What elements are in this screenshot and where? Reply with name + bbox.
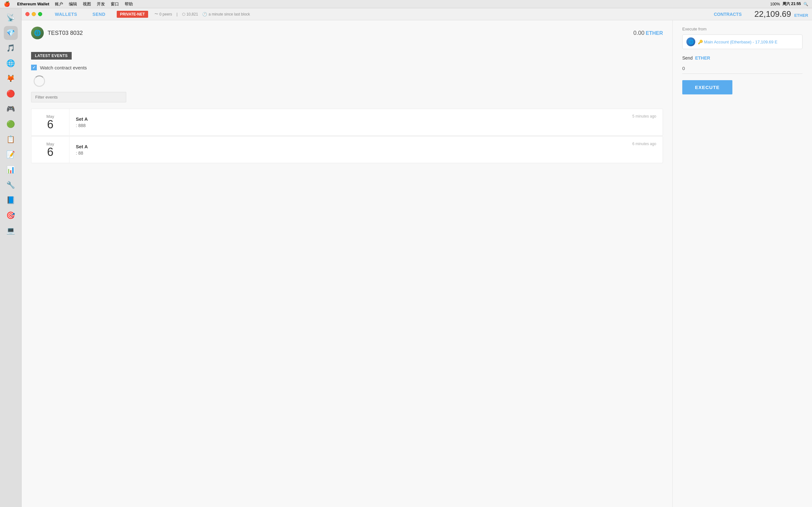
- last-block-text: a minute since last block: [208, 12, 250, 16]
- clock-icon: 🕐: [202, 12, 207, 16]
- dock-icon-13[interactable]: 🎯: [4, 209, 18, 222]
- dock-icon-ethereum[interactable]: 💎: [4, 26, 18, 40]
- nav-tabs: WALLETS SEND: [47, 8, 113, 20]
- contract-name-row: 🌐 TEST03 8032: [31, 26, 83, 39]
- dock-icon-9[interactable]: 📝: [4, 148, 18, 162]
- send-tab[interactable]: SEND: [85, 8, 113, 20]
- dock-icon-0[interactable]: 📡: [4, 11, 18, 25]
- event-name-0: Set A: [76, 116, 438, 122]
- dock-icon-12[interactable]: 📘: [4, 193, 18, 207]
- blocks-count: 10,821: [187, 12, 198, 16]
- blocks-info: ⬡ 10,821: [182, 12, 198, 16]
- title-bar: WALLETS SEND PRIVATE-NET 〜 0 peers | ⬡ 1…: [21, 8, 438, 20]
- event-name-1: Set A: [76, 144, 438, 149]
- event-content-col-0: Set A : 888: [69, 109, 438, 135]
- filter-events-input[interactable]: [31, 92, 126, 102]
- menu-window[interactable]: 窗口: [111, 1, 119, 7]
- last-block-info: 🕐 a minute since last block: [202, 12, 250, 16]
- main-panel: 🌐 TEST03 8032 0.00 ETHER LATEST EVENTS ✓…: [21, 20, 438, 273]
- watch-events-row: ✓ Watch contract events: [31, 65, 438, 70]
- event-card-1: May 6 Set A : 88 6 minutes ago: [31, 136, 438, 163]
- network-info: 〜 0 peers | ⬡ 10,821 🕐 a minute since la…: [154, 11, 250, 17]
- app-window: WALLETS SEND PRIVATE-NET 〜 0 peers | ⬡ 1…: [21, 8, 438, 273]
- latest-events-header: LATEST EVENTS: [31, 52, 72, 60]
- event-value-1: : 88: [76, 151, 438, 156]
- app-name: Ethereum Wallet: [17, 2, 49, 6]
- dock-icon-8[interactable]: 📋: [4, 132, 18, 147]
- menu-help[interactable]: 帮助: [125, 1, 133, 7]
- apple-menu[interactable]: 🍎: [4, 1, 10, 7]
- menu-edit[interactable]: 编辑: [69, 1, 77, 7]
- menu-accounts[interactable]: 账户: [55, 1, 63, 7]
- contract-name: TEST03 8032: [48, 30, 83, 37]
- watch-checkbox[interactable]: ✓: [31, 65, 37, 70]
- close-button[interactable]: [26, 12, 30, 16]
- separator: |: [177, 12, 177, 16]
- event-value-0: : 888: [76, 123, 438, 128]
- dock-icon-14[interactable]: 💻: [4, 224, 18, 238]
- wallets-tab[interactable]: WALLETS: [47, 8, 85, 20]
- event-date-col-0: May 6: [32, 109, 69, 135]
- event-day-0: 6: [47, 119, 53, 130]
- traffic-lights: [26, 12, 42, 16]
- peers-count: 0 peers: [159, 12, 172, 16]
- dock-icon-5[interactable]: 🔴: [4, 87, 18, 101]
- blocks-icon: ⬡: [182, 12, 185, 16]
- dock-icon-11[interactable]: 🔧: [4, 178, 18, 192]
- menu-dev[interactable]: 开发: [97, 1, 105, 7]
- dock-icon-10[interactable]: 📊: [4, 163, 18, 177]
- private-net-badge: PRIVATE-NET: [117, 11, 148, 18]
- content-area: 🌐 TEST03 8032 0.00 ETHER LATEST EVENTS ✓…: [21, 20, 438, 273]
- dock-icon-6[interactable]: 🎮: [4, 102, 18, 116]
- event-card-0: May 6 Set A : 888 5 minutes ago: [31, 109, 438, 135]
- event-content-col-1: Set A : 88: [69, 136, 438, 163]
- dock-icon-7[interactable]: 🟢: [4, 117, 18, 131]
- watch-label: Watch contract events: [40, 65, 87, 70]
- peers-info: 〜 0 peers: [154, 11, 172, 17]
- dock: 📡 💎 🎵 🌐 🦊 🔴 🎮 🟢 📋 📝 📊 🔧 📘 🎯 💻: [0, 8, 21, 273]
- contract-header: 🌐 TEST03 8032 0.00 ETHER: [31, 26, 438, 39]
- loading-spinner: [34, 75, 45, 87]
- dock-icon-3[interactable]: 🌐: [4, 56, 18, 70]
- dock-icon-4[interactable]: 🦊: [4, 72, 18, 86]
- dock-icon-2[interactable]: 🎵: [4, 41, 18, 55]
- menu-bar: 🍎 Ethereum Wallet 账户 编辑 视图 开发 窗口 帮助 100%…: [0, 0, 438, 8]
- event-date-col-1: May 6: [32, 136, 69, 163]
- menu-view[interactable]: 视图: [83, 1, 91, 7]
- minimize-button[interactable]: [32, 12, 36, 16]
- event-day-1: 6: [47, 147, 53, 158]
- peers-icon: 〜: [154, 11, 158, 17]
- contract-avatar: 🌐: [31, 26, 44, 39]
- maximize-button[interactable]: [38, 12, 42, 16]
